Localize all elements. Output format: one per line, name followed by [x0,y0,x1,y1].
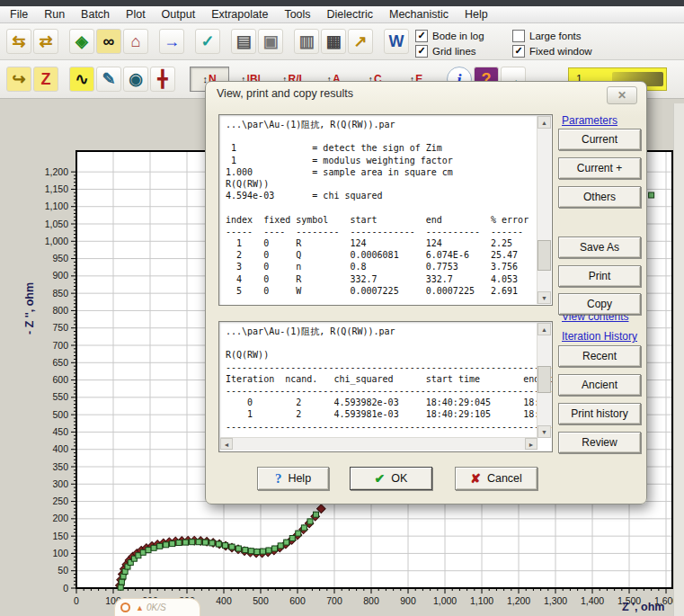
svg-text:100: 100 [52,548,68,558]
paste-impedance-icon: Z [41,71,51,87]
find-data-icon[interactable]: ∞ [96,29,121,54]
edit-notes-icon[interactable]: ✎ [96,67,121,92]
current-button[interactable]: Current [558,129,641,150]
menu-help[interactable]: Help [457,7,496,22]
recent-button[interactable]: Recent [558,345,641,367]
dialog-title: View, print and copy results [206,82,646,105]
send-plot-icon: ↗ [353,33,367,49]
scroll-thumb[interactable] [537,366,551,393]
help-button[interactable]: ? Help [257,467,329,490]
svg-text:0: 0 [74,595,79,606]
validate-check-icon: ✓ [200,33,214,49]
open-par-file-icon[interactable]: ↪ [6,67,31,92]
scroll-thumb[interactable] [537,240,551,271]
svg-text:750: 750 [52,322,68,333]
checkbox-label: Fixed window [529,46,592,57]
menu-file[interactable]: File [2,7,36,22]
parameters-link[interactable]: Parameters [562,114,617,127]
scroll-down-icon[interactable]: ▼ [537,425,551,438]
home-icon[interactable]: ⌂ [123,29,148,54]
move-arrows-icon[interactable]: ╋ [150,67,175,92]
home-icon: ⌂ [131,33,141,49]
print-preview-icon[interactable]: ▣ [258,29,283,54]
svg-text:900: 900 [52,270,68,281]
view-eye-icon[interactable]: ◉ [123,67,148,92]
iteration-history-text: ...\par\Au-(1)阻抗, R(Q(RW)).par R(Q(RW)) … [226,326,532,433]
copy-button[interactable]: Copy [558,293,641,315]
copy-pages-icon[interactable]: ▥ [294,29,319,54]
menu-dielectric[interactable]: Dielectric [319,7,381,22]
svg-text:950: 950 [52,253,68,263]
word-export-icon: W [389,33,404,49]
print-icon: ▤ [235,33,251,49]
menu-extrapolate[interactable]: Extrapolate [203,7,276,22]
scroll-up-icon[interactable]: ▲ [537,323,551,335]
checkbox-label: Grid lines [432,46,476,57]
svg-text:700: 700 [326,595,342,606]
checkbox-box[interactable]: ✓ [415,30,428,42]
validate-check-icon[interactable]: ✓ [195,29,220,54]
run-arrow-icon[interactable]: → [159,29,184,54]
paste-impedance-icon[interactable]: Z [33,67,58,92]
print-button[interactable]: Print [558,265,641,287]
ancient-button[interactable]: Ancient [558,374,641,396]
plot-option-checkboxes: ✓Bode in logLarge fonts✓Grid lines✓Fixed… [415,28,602,58]
checkbox-box[interactable]: ✓ [415,45,428,58]
print-history-button[interactable]: Print history [558,403,641,424]
cancel-button[interactable]: ✘ Cancel [455,467,537,490]
svg-text:900: 900 [400,595,416,606]
menu-plot[interactable]: Plot [118,7,154,22]
ok-check-icon: ✔ [375,471,386,486]
menu-bar: FileRunBatchPlotOutputExtrapolateToolsDi… [0,6,684,23]
send-plot-icon[interactable]: ↗ [348,29,373,54]
save-as-button[interactable]: Save As [558,237,641,258]
view-eye-icon: ◉ [129,71,143,87]
print-icon[interactable]: ▤ [231,29,256,54]
network-speed-widget[interactable]: ▲ 0K/S [114,598,200,616]
iteration-history-box[interactable]: ...\par\Au-(1)阻抗, R(Q(RW)).par R(Q(RW)) … [218,321,553,452]
svg-text:500: 500 [52,409,68,420]
svg-text:400: 400 [52,443,68,454]
import-window-icon[interactable]: ⇄ [33,29,58,54]
waveform-icon[interactable]: ∿ [69,67,94,92]
menu-batch[interactable]: Batch [73,7,118,22]
waveform-icon: ∿ [75,71,88,87]
menu-tools[interactable]: Tools [276,7,318,22]
plot-windows-icon[interactable]: ▦ [321,29,346,54]
checkbox-box[interactable]: ✓ [512,45,525,58]
scroll-up-icon[interactable]: ▲ [537,116,551,129]
history-horizontal-scrollbar[interactable]: ◄ ► [220,437,537,451]
word-export-icon[interactable]: W [384,29,409,54]
svg-text:800: 800 [52,305,68,316]
menu-run[interactable]: Run [36,7,73,22]
checkbox-grid-lines[interactable]: ✓Grid lines [415,43,512,58]
svg-text:1,400: 1,400 [581,595,604,606]
scroll-right-icon[interactable]: ► [525,438,537,450]
results-vertical-scrollbar[interactable]: ▲ ▼ [537,116,551,304]
scroll-left-icon[interactable]: ◄ [220,438,233,450]
chart-window-scroll-strip[interactable] [673,103,684,616]
checkbox-bode-in-log[interactable]: ✓Bode in log [415,28,512,43]
svg-text:1,100: 1,100 [45,201,68,211]
checkbox-box[interactable] [512,30,525,42]
iteration-history-link[interactable]: Iteration History [562,330,637,343]
export-window-icon[interactable]: ⇆ [6,29,31,54]
scroll-down-icon[interactable]: ▼ [537,291,551,304]
checkbox-fixed-window[interactable]: ✓Fixed window [512,43,602,58]
menu-mechanistic[interactable]: Mechanistic [381,7,457,22]
fit-results-box[interactable]: ...\par\Au-(1)阻抗, R(Q(RW)).par 1 = detec… [218,114,553,306]
fit-results-text: ...\par\Au-(1)阻抗, R(Q(RW)).par 1 = detec… [226,119,532,297]
ok-button[interactable]: ✔ OK [350,467,432,490]
close-icon[interactable]: ✕ [607,86,637,104]
review-button[interactable]: Review [558,432,641,453]
import-window-icon: ⇄ [39,33,52,49]
model-icon[interactable]: ◈ [69,29,94,54]
cancel-x-icon: ✘ [470,471,481,486]
history-vertical-scrollbar[interactable]: ▲ ▼ [537,323,551,438]
others-button[interactable]: Others [558,186,641,208]
svg-text:550: 550 [52,391,68,402]
menu-output[interactable]: Output [154,7,204,22]
checkbox-large-fonts[interactable]: Large fonts [512,28,602,43]
svg-text:500: 500 [253,595,269,606]
current-button[interactable]: Current + [558,157,641,179]
